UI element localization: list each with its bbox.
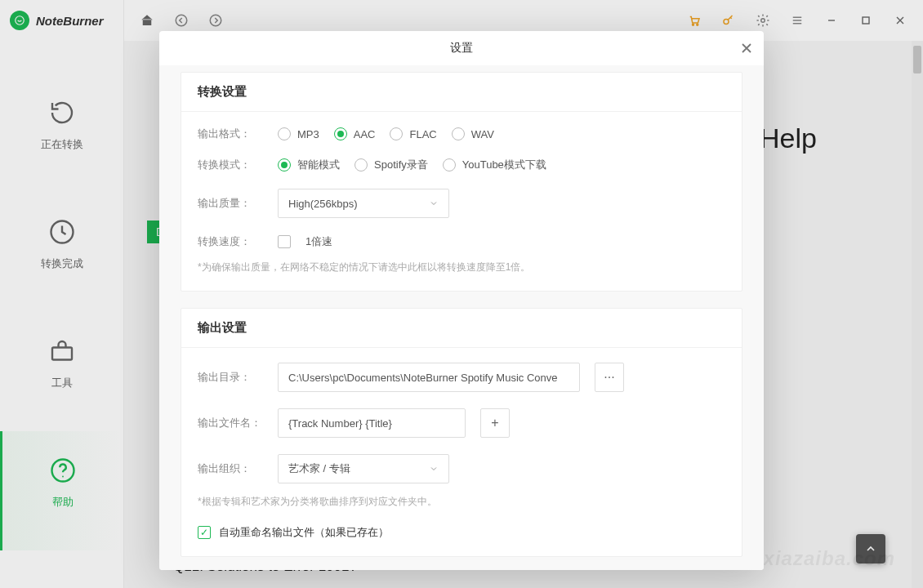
field-label: 输出组织： xyxy=(198,461,263,476)
checkbox-auto-rename[interactable] xyxy=(198,526,211,539)
panel-title: 输出设置 xyxy=(181,309,742,348)
field-label: 转换速度： xyxy=(198,234,263,249)
input-output-dir[interactable] xyxy=(278,363,580,392)
modal-body: 转换设置 输出格式： MP3 AAC FLAC WAV 转换模式： 智能模式 S… xyxy=(159,65,764,570)
speed-hint: *为确保输出质量，在网络不稳定的情况下请选中此框以将转换速度降至1倍。 xyxy=(198,261,725,274)
panel-convert-settings: 转换设置 输出格式： MP3 AAC FLAC WAV 转换模式： 智能模式 S… xyxy=(181,72,742,292)
modal-close-button[interactable] xyxy=(736,38,757,59)
radio-format-mp3[interactable]: MP3 xyxy=(278,127,319,140)
panel-output-settings: 输出设置 输出目录： ··· 输出文件名： + 输出组织： xyxy=(181,308,742,557)
row-convert-mode: 转换模式： 智能模式 Spotify录音 YouTube模式下载 xyxy=(198,158,725,172)
row-output-quality: 输出质量： High(256kbps) xyxy=(198,189,725,218)
input-output-filename[interactable] xyxy=(278,408,466,438)
radio-format-flac[interactable]: FLAC xyxy=(390,127,436,140)
field-label: 输出文件名： xyxy=(198,416,263,430)
settings-modal: 设置 转换设置 输出格式： MP3 AAC FLAC WAV xyxy=(159,31,764,570)
checkbox-speed-1x[interactable] xyxy=(278,235,291,248)
radio-format-wav[interactable]: WAV xyxy=(452,127,494,140)
modal-header: 设置 xyxy=(159,31,764,65)
radio-format-aac[interactable]: AAC xyxy=(334,127,376,140)
row-auto-rename: 自动重命名输出文件（如果已存在） xyxy=(198,525,725,540)
modal-title: 设置 xyxy=(450,41,473,56)
radio-mode-spotify[interactable]: Spotify录音 xyxy=(354,158,428,172)
row-output-format: 输出格式： MP3 AAC FLAC WAV xyxy=(198,127,725,141)
select-quality[interactable]: High(256kbps) xyxy=(278,189,449,218)
radio-mode-youtube[interactable]: YouTube模式下载 xyxy=(443,158,546,172)
org-hint: *根据专辑和艺术家为分类将歌曲排序到对应文件夹中。 xyxy=(198,495,725,509)
select-value: 艺术家 / 专辑 xyxy=(288,461,350,476)
chevron-down-icon xyxy=(429,198,439,208)
row-output-dir: 输出目录： ··· xyxy=(198,363,725,392)
field-label: 输出质量： xyxy=(198,196,263,211)
row-output-filename: 输出文件名： + xyxy=(198,408,725,438)
chevron-down-icon xyxy=(429,464,439,474)
select-value: High(256kbps) xyxy=(288,198,358,210)
field-label: 输出格式： xyxy=(198,127,263,141)
field-label: 输出目录： xyxy=(198,370,263,385)
close-icon xyxy=(741,42,752,54)
radio-mode-smart[interactable]: 智能模式 xyxy=(278,158,340,172)
browse-button[interactable]: ··· xyxy=(595,363,624,392)
row-convert-speed: 转换速度： 1倍速 xyxy=(198,234,725,249)
modal-overlay: 设置 转换设置 输出格式： MP3 AAC FLAC WAV xyxy=(0,0,923,588)
panel-title: 转换设置 xyxy=(181,73,742,112)
select-output-org[interactable]: 艺术家 / 专辑 xyxy=(278,454,449,483)
add-placeholder-button[interactable]: + xyxy=(480,408,510,438)
field-label: 转换模式： xyxy=(198,158,263,172)
checkbox-label: 自动重命名输出文件（如果已存在） xyxy=(219,525,389,540)
checkbox-label: 1倍速 xyxy=(305,234,332,249)
row-output-org: 输出组织： 艺术家 / 专辑 xyxy=(198,454,725,483)
